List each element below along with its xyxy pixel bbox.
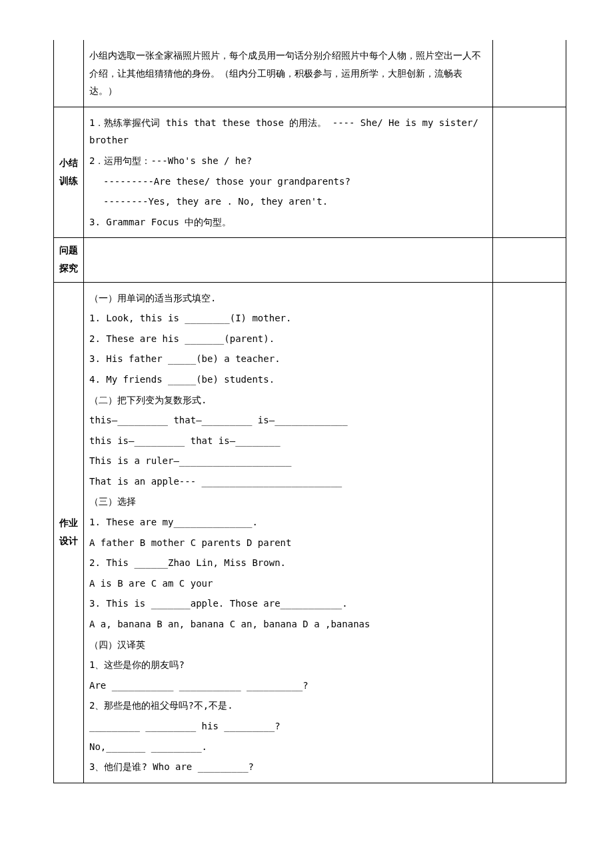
paragraph: 小组内选取一张全家福照片照片，每个成员用一句话分别介绍照片中每个人物，照片空出一… bbox=[89, 47, 487, 100]
row-content: 小组内选取一张全家福照片照片，每个成员用一句话分别介绍照片中每个人物，照片空出一… bbox=[84, 40, 493, 107]
paragraph: 2、那些是他的祖父母吗?不,不是. bbox=[89, 697, 487, 715]
paragraph: （三）选择 bbox=[89, 493, 487, 511]
row-label: 问题探究 bbox=[54, 238, 84, 282]
row-label: 小结训练 bbox=[54, 107, 84, 238]
paragraph: this—_________ that—_________ is—_______… bbox=[89, 411, 487, 429]
paragraph: （一）用单词的适当形式填空. bbox=[89, 289, 487, 307]
row-content bbox=[84, 238, 493, 282]
row-label: 作业设计 bbox=[54, 282, 84, 783]
paragraph: _________ _________ his _________? bbox=[89, 717, 487, 735]
paragraph: this is—_________ that is—________ bbox=[89, 432, 487, 450]
table-row: 作业设计 （一）用单词的适当形式填空. 1. Look, this is ___… bbox=[54, 282, 566, 783]
table-row: 小结训练 1．熟练掌握代词 this that these those 的用法。… bbox=[54, 107, 566, 238]
paragraph: 2. These are his _______(parent). bbox=[89, 330, 487, 348]
paragraph: 3. This is _______apple. Those are______… bbox=[89, 595, 487, 613]
paragraph: 1. These are my______________. bbox=[89, 513, 487, 531]
row-content: （一）用单词的适当形式填空. 1. Look, this is ________… bbox=[84, 282, 493, 783]
paragraph: This is a ruler—____________________ bbox=[89, 452, 487, 470]
paragraph: ---------Are these/ those your grandpare… bbox=[89, 173, 487, 191]
row-notes bbox=[493, 107, 566, 238]
paragraph: A a, banana B an, banana C an, banana D … bbox=[89, 615, 487, 633]
paragraph: 3. His father _____(be) a teacher. bbox=[89, 350, 487, 368]
paragraph: --------Yes, they are . No, they aren't. bbox=[89, 193, 487, 211]
paragraph: A is B are C am C your bbox=[89, 575, 487, 593]
row-notes bbox=[493, 282, 566, 783]
paragraph: That is an apple--- ____________________… bbox=[89, 473, 487, 491]
paragraph: （四）汉译英 bbox=[89, 636, 487, 654]
row-notes bbox=[493, 238, 566, 282]
paragraph: 1．熟练掌握代词 this that these those 的用法。 ----… bbox=[89, 114, 487, 149]
paragraph: 3. Grammar Focus 中的句型。 bbox=[89, 213, 487, 231]
table-row: 小组内选取一张全家福照片照片，每个成员用一句话分别介绍照片中每个人物，照片空出一… bbox=[54, 40, 566, 107]
paragraph: 1、这些是你的朋友吗? bbox=[89, 656, 487, 674]
table-row: 问题探究 bbox=[54, 238, 566, 282]
row-notes bbox=[493, 40, 566, 107]
lesson-table: 小组内选取一张全家福照片照片，每个成员用一句话分别介绍照片中每个人物，照片空出一… bbox=[53, 40, 566, 783]
paragraph: 1. Look, this is ________(I) mother. bbox=[89, 309, 487, 327]
paragraph: 4. My friends _____(be) students. bbox=[89, 371, 487, 389]
row-content: 1．熟练掌握代词 this that these those 的用法。 ----… bbox=[84, 107, 493, 238]
paragraph: （二）把下列变为复数形式. bbox=[89, 391, 487, 409]
paragraph: 2. This ______Zhao Lin, Miss Brown. bbox=[89, 554, 487, 572]
paragraph: Are ___________ ___________ __________? bbox=[89, 677, 487, 695]
paragraph: 2．运用句型：---Who's she / he? bbox=[89, 152, 487, 170]
paragraph: No,_______ _________. bbox=[89, 738, 487, 756]
paragraph: 3、他们是谁? Who are _________? bbox=[89, 758, 487, 776]
document-page: 小组内选取一张全家福照片照片，每个成员用一句话分别介绍照片中每个人物，照片空出一… bbox=[0, 0, 613, 810]
row-label bbox=[54, 40, 84, 107]
paragraph: A father B mother C parents D parent bbox=[89, 534, 487, 552]
